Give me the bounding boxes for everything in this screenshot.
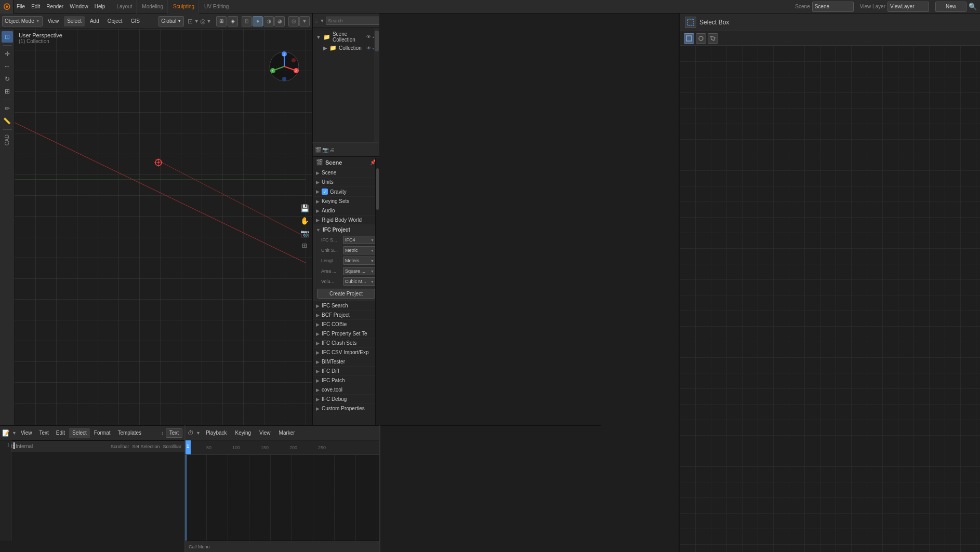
render-menu[interactable]: Render xyxy=(43,2,67,12)
overlay-btn[interactable]: ⊞ xyxy=(216,16,227,26)
snap-icon[interactable]: ⊡ xyxy=(188,18,193,25)
text-editor-area[interactable] xyxy=(11,440,184,541)
hand-icon[interactable]: ✋ xyxy=(299,216,310,226)
scene-section-header[interactable]: ▶ Scene xyxy=(313,168,379,177)
text-edit-menu[interactable]: Edit xyxy=(53,428,68,438)
cove-header[interactable]: ▶ cove.tool xyxy=(313,385,379,394)
text-text-menu[interactable]: Text xyxy=(36,428,51,438)
blender-logo[interactable]: ⦿ xyxy=(0,0,14,14)
scene-selector[interactable]: Scene xyxy=(812,2,854,12)
viewport-canvas[interactable]: User Perspective (1) Collection xyxy=(15,29,312,425)
camera-icon[interactable]: 📷 xyxy=(299,228,310,238)
viewport-view-menu[interactable]: View xyxy=(45,16,62,26)
viewport-add-menu[interactable]: Add xyxy=(87,16,102,26)
audio-section-header[interactable]: ▶ Audio xyxy=(313,206,379,215)
select-box-icon[interactable] xyxy=(685,17,696,28)
text-view-menu[interactable]: View xyxy=(18,428,35,438)
scene-collection-row[interactable]: ▼ 📁 Scene Collection 👁 ✓ xyxy=(315,30,377,44)
viewport-select-menu[interactable]: Select xyxy=(64,16,85,26)
proportional-icon[interactable]: ◎ xyxy=(200,18,205,25)
rigidbody-section-header[interactable]: ▶ Rigid Body World xyxy=(313,216,379,224)
ifc-debug-header[interactable]: ▶ IFC Debug xyxy=(313,395,379,403)
file-menu[interactable]: File xyxy=(14,2,28,12)
outliner-search[interactable] xyxy=(326,17,379,25)
select-tool-btn[interactable]: ⊡ xyxy=(2,31,13,43)
annotate-tool-btn[interactable]: ✏ xyxy=(2,103,13,114)
text-templates-menu[interactable]: Templates xyxy=(114,428,144,438)
wire-shading[interactable]: ⌼ xyxy=(242,16,252,26)
text-select-menu[interactable]: Select xyxy=(69,428,90,438)
length-selector[interactable]: Meters ▼ xyxy=(343,257,376,265)
save-icon[interactable]: 💾 xyxy=(299,203,310,213)
select-lasso-tool-icon[interactable] xyxy=(708,33,718,44)
ifc-propset-header[interactable]: ▶ IFC Property Set Te xyxy=(313,329,379,338)
scene-prop-icon[interactable]: 🎬 xyxy=(315,147,321,153)
mode-selector[interactable]: Object Mode ▼ xyxy=(2,16,43,26)
gizmo-type[interactable]: ▼ xyxy=(299,16,310,26)
search-icon[interactable]: 🔍 xyxy=(969,3,977,10)
edit-menu[interactable]: Edit xyxy=(28,2,43,12)
volume-selector[interactable]: Cubic M... ▼ xyxy=(343,277,376,286)
render-prop-icon[interactable]: 📷 xyxy=(322,147,328,153)
bimtester-header[interactable]: ▶ BIMTester xyxy=(313,357,379,366)
cursor-tool-btn[interactable]: ✛ xyxy=(2,48,13,60)
create-project-button[interactable]: Create Project xyxy=(317,289,375,299)
window-menu[interactable]: Window xyxy=(67,2,91,12)
viewport-object-menu[interactable]: Object xyxy=(104,16,126,26)
rendered-shading[interactable]: ◕ xyxy=(274,16,285,26)
snap-type[interactable]: ▼ xyxy=(194,18,199,24)
playback-menu[interactable]: Playback xyxy=(203,428,230,438)
rotate-tool-btn[interactable]: ↻ xyxy=(2,73,13,85)
outliner-scrollbar[interactable] xyxy=(374,28,379,142)
material-shading[interactable]: ◑ xyxy=(263,16,274,26)
ifc-project-header[interactable]: ▼ IFC Project xyxy=(313,225,379,235)
output-prop-icon[interactable]: 🖨 xyxy=(329,147,335,153)
ifc-clash-header[interactable]: ▶ IFC Clash Sets xyxy=(313,339,379,347)
gravity-checkbox[interactable]: ✓ xyxy=(322,189,328,195)
grid-icon[interactable]: ⊞ xyxy=(299,240,310,251)
scale-tool-btn[interactable]: ⊞ xyxy=(2,86,13,97)
unit-system-selector[interactable]: Metric ▼ xyxy=(343,246,376,254)
custom-props-header[interactable]: ▶ Custom Properties xyxy=(313,404,379,413)
area-selector[interactable]: Square ... ▼ xyxy=(343,267,376,275)
workspace-modeling[interactable]: Modeling xyxy=(138,0,168,14)
ifc-patch-header[interactable]: ▶ IFC Patch xyxy=(313,376,379,385)
sub-visibility-icon[interactable]: 👁 xyxy=(366,46,371,51)
gravity-section-header[interactable]: ▶ ✓ Gravity xyxy=(313,187,379,196)
axis-gizmo[interactable]: Z X Y xyxy=(268,50,301,84)
workspace-uv[interactable]: UV Editing xyxy=(200,0,233,14)
3d-cursor[interactable] xyxy=(154,158,163,168)
sub-collection-row[interactable]: ▶ 📁 Collection 👁 ✓ xyxy=(315,44,377,52)
ifc-search-header[interactable]: ▶ IFC Search xyxy=(313,301,379,310)
xray-btn[interactable]: ◈ xyxy=(228,16,238,26)
units-section-header[interactable]: ▶ Units xyxy=(313,178,379,186)
cad-label[interactable]: CAD xyxy=(4,132,10,147)
visibility-icon[interactable]: 👁 xyxy=(366,34,371,39)
ifc-schema-selector[interactable]: IFC4 ▼ xyxy=(343,236,376,244)
new-button[interactable]: New xyxy=(935,2,966,12)
text-format-menu[interactable]: Format xyxy=(91,428,114,438)
outliner-filter-icon[interactable]: ▼ xyxy=(320,18,324,23)
prop-chevron[interactable]: ▼ xyxy=(206,18,211,24)
gizmo-btn[interactable]: ◎ xyxy=(288,16,299,26)
text-editor-filter[interactable]: ▼ xyxy=(12,430,17,436)
move-tool-btn[interactable]: ↔ xyxy=(2,61,13,72)
select-box-tool-icon[interactable] xyxy=(684,33,694,44)
solid-shading[interactable]: ● xyxy=(253,16,263,26)
measure-tool-btn[interactable]: 📏 xyxy=(2,115,13,127)
ifc-cobie-header[interactable]: ▶ IFC COBie xyxy=(313,320,379,329)
bcf-project-header[interactable]: ▶ BCF Project xyxy=(313,311,379,319)
timeline-filter[interactable]: ▼ xyxy=(196,430,201,436)
marker-menu[interactable]: Marker xyxy=(276,428,298,438)
ifc-csv-header[interactable]: ▶ IFC CSV Import/Exp xyxy=(313,348,379,357)
view-layer-selector[interactable]: ViewLayer xyxy=(888,2,929,12)
viewport-gis-menu[interactable]: GIS xyxy=(128,16,143,26)
sync-scroll-icon[interactable]: ↕ xyxy=(161,430,164,436)
keying-section-header[interactable]: ▶ Keying Sets xyxy=(313,197,379,206)
ifc-diff-header[interactable]: ▶ IFC Diff xyxy=(313,367,379,375)
help-menu[interactable]: Help xyxy=(91,2,109,12)
select-circle-tool-icon[interactable] xyxy=(696,33,706,44)
tl-view-menu[interactable]: View xyxy=(256,428,274,438)
tl-call-menu[interactable]: Call Menu xyxy=(189,544,210,549)
workspace-layout[interactable]: Layout xyxy=(112,0,137,14)
